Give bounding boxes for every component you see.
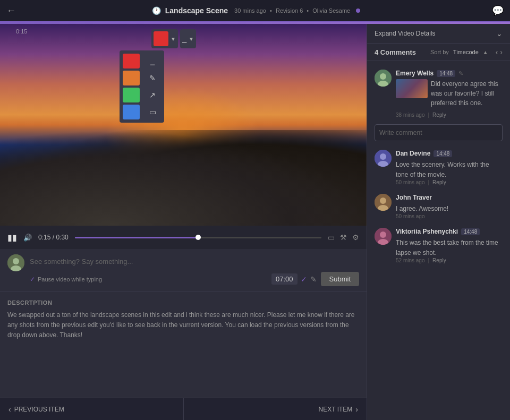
svg-point-13	[380, 232, 386, 238]
timecode-check-icon[interactable]: ✓	[301, 275, 307, 284]
arrow-tool-button[interactable]: ↗	[144, 88, 161, 102]
volume-button[interactable]: 🔊	[23, 234, 32, 242]
timecode-badge: 07:00 ✓ ✎	[271, 273, 317, 285]
history-icon: 🕐	[152, 6, 161, 15]
top-bar-center: 🕐 Landscape Scene 30 mins ago • Revision…	[22, 6, 492, 15]
sort-value[interactable]: Timecode	[453, 49, 479, 55]
comment-header-row: Emery Wells 14:48 ✎	[396, 70, 503, 77]
previous-item-button[interactable]: ‹ PREVIOUS ITEM	[0, 398, 183, 420]
comment-item: Viktoriia Pshenychki 14:48 This was the …	[367, 224, 510, 268]
comment-text: I agree. Awesome!	[396, 205, 448, 212]
reply-button[interactable]: Reply	[432, 179, 446, 185]
tool-picker[interactable]: ⎯ ▼	[180, 29, 196, 48]
reply-button[interactable]: Reply	[432, 112, 446, 118]
svg-point-4	[380, 73, 386, 80]
comment-avatar-emery	[375, 70, 392, 87]
brush-tool-button[interactable]: ✎	[144, 71, 161, 85]
video-area: 0:15 ▼ ⎯ ▼	[0, 24, 367, 249]
comment-avatar-dan	[375, 150, 392, 167]
brush-tool-icon[interactable]: ⎯	[182, 35, 186, 43]
left-panel: 0:15 ▼ ⎯ ▼	[0, 24, 367, 420]
color-palette: ⎯ ✎ ↗ ▭	[120, 50, 164, 123]
sort-arrow-icon[interactable]: ▲	[483, 49, 488, 55]
main-content: 0:15 ▼ ⎯ ▼	[0, 24, 510, 420]
selected-color[interactable]	[154, 31, 168, 46]
comment-body-dan: Dan Devine 14:48 Love the scenery. Works…	[396, 150, 503, 185]
top-bar: ← 🕐 Landscape Scene 30 mins ago • Revisi…	[0, 0, 510, 22]
back-button[interactable]: ←	[6, 5, 16, 16]
comment-item: John Traver I agree. Awesome! 50 mins ag…	[367, 190, 510, 224]
video-player[interactable]: 0:15 ▼ ⎯ ▼	[0, 24, 367, 226]
comment-with-thumbnail: Did everyone agree this was our favorite…	[396, 79, 503, 110]
prev-comment-button[interactable]: ‹	[496, 48, 498, 56]
right-panel: Expand Video Details ⌄ 4 Comments Sort b…	[367, 24, 510, 420]
comment-input-box: ✓ Pause video while typing 07:00 ✓ ✎ Sub…	[30, 254, 359, 286]
comments-list: Emery Wells 14:48 ✎ Did everyone agree t…	[367, 61, 510, 420]
prev-arrow-icon: ‹	[8, 405, 11, 414]
comment-timecode-tag[interactable]: 14:48	[437, 70, 455, 77]
comment-timecode-tag[interactable]: 14:48	[461, 228, 480, 235]
comment-item: Emery Wells 14:48 ✎ Did everyone agree t…	[367, 65, 510, 122]
comments-count: 4 Comments	[375, 48, 416, 56]
comments-header: 4 Comments Sort by Timecode ▲ ‹ ›	[367, 44, 510, 61]
next-arrow-icon: ›	[355, 405, 358, 414]
line-tool-button[interactable]: ⎯	[144, 54, 161, 68]
comment-item: Dan Devine 14:48 Love the scenery. Works…	[367, 145, 510, 190]
submit-button[interactable]: Submit	[321, 272, 359, 286]
check-icon: ✓	[30, 276, 35, 283]
color-dropdown-arrow[interactable]: ▼	[171, 36, 176, 42]
comment-text: Love the scenery. Works with the tone of…	[396, 161, 489, 178]
next-item-button[interactable]: NEXT ITEM ›	[184, 398, 367, 420]
pause-check[interactable]: ✓ Pause video while typing	[30, 276, 102, 283]
comment-text: Did everyone agree this was our favorite…	[431, 79, 503, 108]
expand-video-details-button[interactable]: Expand Video Details ⌄	[367, 24, 510, 44]
progress-thumb[interactable]	[196, 235, 201, 240]
comment-text: This was the best take from the time lap…	[396, 239, 498, 256]
comment-body-john: John Traver I agree. Awesome! 50 mins ag…	[396, 194, 503, 219]
rect-tool-button[interactable]: ▭	[144, 105, 161, 119]
description-area: DESCRTPTION We swapped out a ton of the …	[0, 292, 367, 398]
description-text: We swapped out a ton of the landscape sc…	[7, 310, 359, 341]
comment-toolbar: ✓ Pause video while typing 07:00 ✓ ✎ Sub…	[30, 272, 359, 286]
control-right: ▭ ⚒ ⚙	[328, 233, 359, 242]
comment-meta: 50 mins ago | Reply	[396, 179, 503, 185]
commenter-name: John Traver	[396, 194, 432, 201]
palette-row: ⎯ ✎ ↗ ▭	[123, 54, 161, 119]
description-title: DESCRTPTION	[7, 299, 359, 306]
time-display: 0:15 / 0:30	[38, 234, 69, 241]
commenter-name: Dan Devine	[396, 150, 430, 157]
color-blue[interactable]	[123, 105, 140, 119]
video-foreground	[0, 130, 367, 226]
comment-header-row: Viktoriia Pshenychki 14:48	[396, 228, 503, 235]
user-avatar-image	[7, 254, 24, 271]
color-picker-main[interactable]: ▼	[151, 29, 178, 48]
comment-header-row: John Traver	[396, 194, 503, 201]
comment-timecode-tag[interactable]: 14:48	[434, 150, 452, 157]
comment-input-area: ✓ Pause video while typing 07:00 ✓ ✎ Sub…	[0, 249, 367, 292]
next-comment-button[interactable]: ›	[500, 48, 503, 56]
draw-icon[interactable]: ✎	[310, 275, 317, 284]
sort-label: Sort by	[430, 49, 449, 55]
comment-meta: 52 mins ago | Reply	[396, 258, 503, 263]
color-green[interactable]	[123, 88, 140, 102]
comment-body-emery: Emery Wells 14:48 ✎ Did everyone agree t…	[396, 70, 503, 118]
settings-icon[interactable]: ⚙	[352, 233, 359, 242]
progress-bar-wrapper[interactable]	[75, 237, 321, 238]
pause-button[interactable]: ▮▮	[7, 233, 17, 243]
comment-body-viktorija: Viktoriia Pshenychki 14:48 This was the …	[396, 228, 503, 263]
edit-comment-icon[interactable]: ✎	[458, 70, 463, 77]
write-comment-box[interactable]: Write comment	[375, 124, 503, 141]
comment-thumbnail	[396, 79, 428, 98]
progress-bar[interactable]	[75, 237, 321, 238]
color-red[interactable]	[123, 54, 140, 68]
tools-icon[interactable]: ⚒	[340, 233, 347, 242]
tool-dropdown-arrow[interactable]: ▼	[189, 36, 194, 42]
reply-button[interactable]: Reply	[432, 258, 446, 263]
color-orange[interactable]	[123, 71, 140, 85]
chat-icon[interactable]: 💬	[492, 5, 504, 16]
color-picker-overlay: ▼ ⎯ ▼	[151, 29, 196, 48]
svg-point-7	[380, 153, 386, 160]
fullscreen-icon[interactable]: ▭	[328, 233, 335, 242]
comment-header-row: Dan Devine 14:48	[396, 150, 503, 157]
comment-text-input[interactable]	[30, 254, 359, 269]
